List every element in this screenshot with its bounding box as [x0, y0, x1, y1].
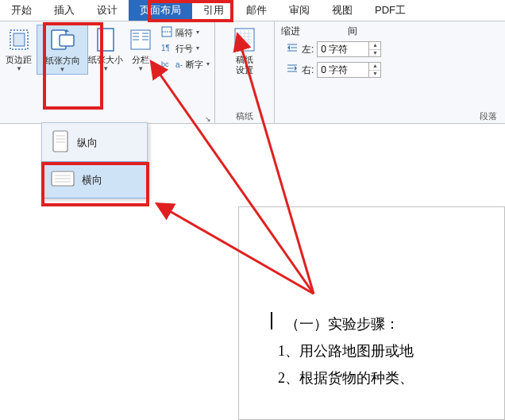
size-label: 纸张大小: [88, 55, 123, 65]
doc-item-1: 1、用公路地图册或地: [271, 337, 472, 364]
tab-pdf[interactable]: PDF工: [364, 0, 417, 21]
size-icon: [90, 26, 121, 53]
manuscript-button[interactable]: 稿纸 设置: [221, 25, 268, 75]
size-button[interactable]: 纸张大小 ▼: [88, 25, 123, 73]
indent-left-label: 左:: [302, 43, 314, 56]
svg-text:1¶: 1¶: [161, 44, 170, 52]
orientation-portrait[interactable]: 纵向: [42, 123, 147, 162]
chevron-down-icon: ▼: [16, 65, 22, 73]
chevron-down-icon: ▼: [102, 65, 109, 73]
svg-rect-1: [13, 33, 25, 46]
spin-down-icon[interactable]: ▼: [369, 50, 380, 57]
line-numbers-icon: 1¶: [161, 42, 172, 55]
orientation-label: 纸张方向: [45, 56, 80, 66]
tab-mail[interactable]: 邮件: [235, 0, 278, 21]
hyphenation-prefix: a-: [175, 60, 183, 69]
margins-icon: [3, 26, 35, 53]
orientation-button[interactable]: 纸张方向 ▼: [37, 25, 88, 75]
document-page: （一）实验步骤： 1、用公路地图册或地 2、根据货物的种类、: [238, 206, 505, 420]
chevron-down-icon: ▼: [60, 66, 66, 74]
tab-references[interactable]: 引用: [192, 0, 235, 21]
group-page-setup: 页边距 ▼ 纸张方向 ▼ 纸张大小 ▼: [0, 21, 215, 123]
portrait-icon: [50, 129, 71, 156]
indent-left-input[interactable]: ▲▼: [317, 41, 381, 57]
indent-left-icon: [286, 43, 299, 56]
columns-icon: [125, 26, 156, 53]
breaks-icon: [161, 26, 172, 39]
doc-item-2: 2、根据货物的种类、: [271, 364, 472, 391]
indent-right-row: 右: ▲▼: [286, 62, 381, 78]
margins-label: 页边距: [6, 55, 32, 65]
spin-up-icon[interactable]: ▲: [369, 63, 380, 71]
tab-review[interactable]: 审阅: [278, 0, 321, 21]
spacing-title: 间: [348, 25, 357, 38]
hyphenation-button[interactable]: bc a- 断字 ▾: [161, 58, 210, 71]
chevron-down-icon: ▼: [137, 65, 144, 73]
portrait-label: 纵向: [77, 136, 98, 150]
chevron-down-icon: ▾: [196, 44, 199, 52]
indent-right-icon: [286, 64, 299, 77]
line-numbers-button[interactable]: 1¶ 行号 ▾: [161, 42, 210, 55]
manuscript-icon: [229, 26, 260, 53]
orientation-menu: 纵向 横向: [41, 122, 148, 198]
indent-left-value[interactable]: [318, 42, 368, 56]
svg-rect-4: [98, 29, 114, 51]
spin-up-icon[interactable]: ▲: [369, 42, 380, 50]
spin-down-icon[interactable]: ▼: [369, 71, 380, 78]
tab-design[interactable]: 设计: [86, 0, 129, 21]
hyphenation-icon: bc: [161, 58, 172, 71]
orientation-landscape[interactable]: 横向: [41, 161, 148, 198]
indent-right-label: 右:: [302, 64, 314, 77]
chevron-down-icon: ▾: [206, 60, 210, 68]
svg-rect-30: [53, 131, 67, 152]
landscape-label: 横向: [82, 173, 102, 187]
manuscript-group-label: 稿纸: [215, 111, 274, 123]
manuscript-label: 稿纸 设置: [236, 55, 253, 75]
chevron-down-icon: ▾: [196, 29, 199, 37]
indent-right-value[interactable]: [318, 63, 368, 77]
svg-rect-3: [60, 35, 74, 46]
breaks-label: 隔符: [175, 27, 193, 39]
tab-start[interactable]: 开始: [0, 0, 43, 21]
columns-label: 分栏: [132, 55, 149, 65]
orientation-icon: [47, 27, 79, 54]
margins-button[interactable]: 页边距 ▼: [2, 25, 37, 73]
tabs-bar: 开始 插入 设计 页面布局 引用 邮件 审阅 视图 PDF工: [0, 0, 505, 21]
hyphenation-label: 断字: [186, 59, 203, 71]
paragraph-group-label: 段落: [275, 111, 505, 123]
landscape-icon: [50, 168, 75, 191]
tab-view[interactable]: 视图: [321, 0, 364, 21]
breaks-button[interactable]: 隔符 ▾: [161, 26, 210, 39]
indent-left-row: 左: ▲▼: [286, 41, 381, 57]
tab-insert[interactable]: 插入: [43, 0, 86, 21]
tab-layout[interactable]: 页面布局: [129, 0, 192, 21]
doc-heading: （一）实验步骤：: [271, 310, 472, 337]
indent-right-input[interactable]: ▲▼: [317, 62, 381, 78]
columns-button[interactable]: 分栏 ▼: [123, 25, 158, 73]
line-numbers-label: 行号: [175, 43, 193, 55]
document-content: （一）实验步骤： 1、用公路地图册或地 2、根据货物的种类、: [239, 207, 504, 391]
page-setup-small: 隔符 ▾ 1¶ 行号 ▾ bc a- 断字 ▾: [158, 25, 213, 72]
group-paragraph: 缩进 间 左: ▲▼ 右:: [275, 21, 505, 123]
ribbon: 页边距 ▼ 纸张方向 ▼ 纸张大小 ▼: [0, 21, 505, 124]
group-manuscript: 稿纸 设置 稿纸: [215, 21, 275, 123]
svg-text:bc: bc: [161, 60, 169, 68]
indent-title: 缩进: [281, 25, 300, 38]
